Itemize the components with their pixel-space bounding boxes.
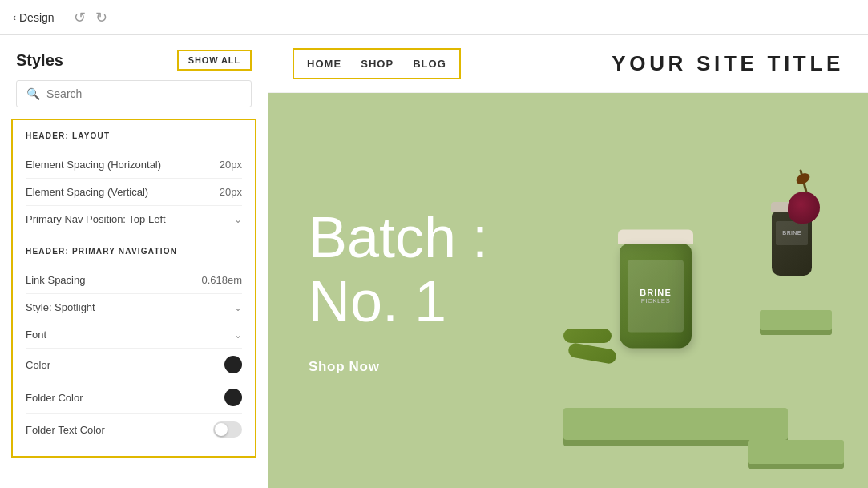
element-spacing-horizontal-row: Element Spacing (Horizontal) 20px (26, 151, 242, 178)
hero-heading: Batch : No. 1 (309, 206, 488, 333)
pickle-jar: BRINE PICKLES (620, 244, 692, 348)
nav-links: HOME SHOP BLOG (293, 48, 461, 79)
beet-decoration (788, 192, 820, 224)
beet-body (788, 192, 820, 224)
font-chevron-icon: ⌄ (234, 329, 242, 341)
primary-nav-position-label: Primary Nav Position: Top Left (26, 213, 166, 225)
jar-brand-text: BRINE (640, 288, 672, 297)
header-layout-label: HEADER: LAYOUT (26, 131, 242, 140)
primary-nav-position-row[interactable]: Primary Nav Position: Top Left ⌄ (26, 205, 242, 232)
font-row[interactable]: Font ⌄ (26, 321, 242, 348)
undo-button[interactable]: ↺ (74, 10, 86, 25)
search-input[interactable] (46, 87, 241, 100)
element-spacing-horizontal-value: 20px (220, 159, 242, 171)
main-shelf (563, 408, 788, 440)
primary-nav-position-chevron-icon: ⌄ (234, 214, 242, 225)
folder-color-label: Folder Color (26, 392, 83, 404)
redo-button[interactable]: ↻ (95, 10, 107, 25)
link-spacing-value: 0.618em (201, 274, 242, 286)
style-spotlight-chevron-icon: ⌄ (234, 302, 242, 313)
color-row[interactable]: Color (26, 348, 242, 381)
hero-heading-line2: No. 1 (309, 270, 488, 333)
folder-color-row[interactable]: Folder Color (26, 381, 242, 413)
platform-right (748, 440, 844, 464)
sidebar: Styles SHOW ALL 🔍 HEADER: LAYOUT Element… (0, 35, 268, 488)
search-icon: 🔍 (26, 87, 40, 100)
jar-sub-text: PICKLES (641, 297, 671, 304)
element-spacing-vertical-label: Element Spacing (Vertical) (26, 186, 148, 198)
small-jar-text: BRINE (782, 230, 801, 236)
hero-content: Batch : No. 1 Shop Now (268, 158, 528, 422)
hero-heading-line1: Batch : (309, 206, 488, 269)
shop-now-button[interactable]: Shop Now (309, 359, 380, 374)
element-spacing-horizontal-label: Element Spacing (Horizontal) (26, 159, 161, 171)
show-all-button[interactable]: SHOW ALL (177, 50, 252, 71)
folder-text-color-label: Folder Text Color (26, 424, 105, 436)
back-icon: ‹ (13, 12, 16, 23)
header-layout-section: HEADER: LAYOUT Element Spacing (Horizont… (11, 119, 256, 458)
small-jar-label: BRINE (776, 221, 808, 245)
jar-body: BRINE PICKLES (620, 244, 692, 348)
cucumber-2 (567, 342, 617, 365)
header-primary-nav-section: HEADER: PRIMARY NAVIGATION Link Spacing … (26, 247, 242, 445)
secondary-shelf (760, 310, 832, 330)
hero-section: Batch : No. 1 Shop Now (268, 93, 868, 488)
cucumber-1 (563, 329, 612, 343)
nav-blog[interactable]: BLOG (413, 58, 446, 70)
jar-lid (618, 229, 693, 244)
font-label: Font (26, 329, 46, 341)
folder-text-color-toggle[interactable] (213, 421, 242, 438)
sidebar-header: Styles SHOW ALL (0, 35, 268, 80)
style-spotlight-row[interactable]: Style: Spotlight ⌄ (26, 293, 242, 321)
jar-label: BRINE PICKLES (628, 260, 684, 332)
folder-color-swatch[interactable] (224, 389, 242, 406)
nav-shop[interactable]: SHOP (361, 58, 394, 70)
search-bar[interactable]: 🔍 (16, 80, 252, 107)
history-controls: ↺ ↻ (74, 10, 107, 25)
element-spacing-vertical-row: Element Spacing (Vertical) 20px (26, 178, 242, 205)
header-primary-nav-label: HEADER: PRIMARY NAVIGATION (26, 247, 242, 256)
site-title: YOUR SITE TITLE (612, 51, 844, 76)
hero-imagery: BRINE PICKLES BRINE (508, 93, 868, 488)
styles-title: Styles (16, 51, 63, 70)
nav-home[interactable]: HOME (307, 58, 341, 70)
preview-header: HOME SHOP BLOG YOUR SITE TITLE (268, 35, 868, 93)
folder-text-color-row[interactable]: Folder Text Color (26, 413, 242, 445)
element-spacing-vertical-value: 20px (220, 186, 242, 198)
color-swatch[interactable] (224, 356, 242, 373)
topbar: ‹ Design ↺ ↻ (0, 0, 868, 35)
link-spacing-label: Link Spacing (26, 274, 85, 286)
back-button[interactable]: ‹ Design (13, 11, 55, 24)
color-label: Color (26, 359, 50, 371)
style-spotlight-label: Style: Spotlight (26, 301, 95, 313)
main-layout: Styles SHOW ALL 🔍 HEADER: LAYOUT Element… (0, 35, 868, 488)
preview-area: HOME SHOP BLOG YOUR SITE TITLE Batch : N… (268, 35, 868, 488)
link-spacing-row: Link Spacing 0.618em (26, 267, 242, 293)
back-label: Design (19, 11, 55, 24)
